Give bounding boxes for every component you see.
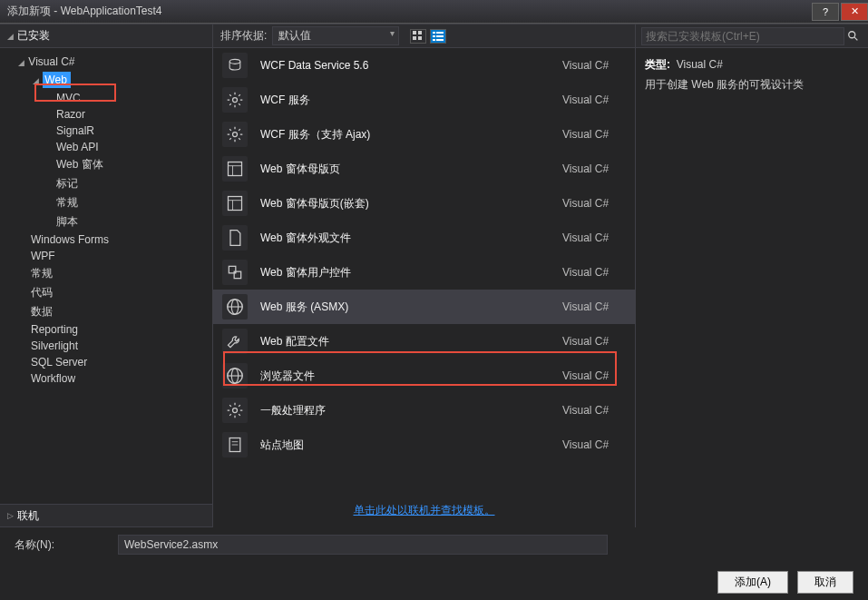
tree-node-razor[interactable]: Razor (0, 106, 212, 123)
close-button[interactable]: ✕ (841, 3, 868, 21)
master2-icon (222, 191, 248, 216)
template-item-label: 站点地图 (260, 438, 562, 453)
expand-icon: ◢ (16, 58, 25, 67)
svg-rect-13 (229, 162, 242, 176)
svg-rect-6 (433, 35, 435, 37)
installed-header[interactable]: ◢ 已安装 (0, 25, 212, 48)
template-item-label: Web 服务 (ASMX) (260, 300, 562, 315)
template-item[interactable]: 一般处理程序Visual C# (213, 393, 635, 428)
tree-node-silverlight[interactable]: Silverlight (0, 338, 212, 354)
template-item[interactable]: Web 窗体用户控件Visual C# (213, 255, 635, 290)
template-list[interactable]: WCF Data Service 5.6Visual C#WCF 服务Visua… (213, 48, 635, 494)
template-item[interactable]: WCF 服务（支持 Ajax)Visual C# (213, 117, 635, 152)
template-item[interactable]: 站点地图Visual C# (213, 428, 635, 462)
online-header[interactable]: ▷ 联机 (0, 504, 212, 527)
tree-node-workflow[interactable]: Workflow (0, 370, 212, 387)
add-button[interactable]: 添加(A) (717, 571, 788, 594)
svg-rect-16 (229, 197, 242, 211)
template-item-lang: Visual C# (562, 438, 635, 451)
svg-rect-7 (436, 35, 444, 37)
svg-rect-4 (433, 32, 435, 34)
svg-rect-1 (418, 31, 422, 34)
template-item[interactable]: Web 窗体母版页(嵌套)Visual C# (213, 186, 635, 221)
svg-line-32 (854, 36, 858, 40)
tree-node-reporting[interactable]: Reporting (0, 321, 212, 338)
sort-label: 排序依据: (220, 28, 267, 44)
tree-node-mvc[interactable]: MVC (0, 90, 212, 106)
tree-node-web-窗体[interactable]: Web 窗体 (0, 155, 212, 174)
tree-node-label: Web API (56, 141, 98, 153)
sort-dropdown[interactable]: 默认值 (272, 26, 399, 45)
tree-node-标记[interactable]: 标记 (0, 174, 212, 193)
sort-bar: 排序依据: 默认值 (213, 25, 635, 48)
tree-node-web-api[interactable]: Web API (0, 139, 212, 155)
tree-node-label: Web 窗体 (56, 158, 103, 171)
name-label: 名称(N): (15, 537, 105, 553)
category-tree[interactable]: ◢ Visual C#◢ WebMVCRazorSignalRWeb APIWe… (0, 48, 212, 504)
svg-point-11 (233, 98, 238, 103)
template-item-label: 浏览器文件 (260, 369, 562, 384)
search-input[interactable] (641, 27, 844, 45)
tree-node-label: WPF (31, 250, 55, 262)
template-item-lang: Visual C# (562, 197, 635, 210)
template-item[interactable]: Web 配置文件Visual C# (213, 324, 635, 359)
control-icon (222, 260, 248, 285)
tree-node-脚本[interactable]: 脚本 (0, 212, 212, 231)
tree-node-wpf[interactable]: WPF (0, 248, 212, 264)
name-input[interactable] (118, 535, 608, 555)
tree-node-数据[interactable]: 数据 (0, 302, 212, 321)
tree-node-label: 标记 (56, 177, 78, 190)
tree-node-web[interactable]: ◢ Web (0, 70, 212, 90)
cancel-button[interactable]: 取消 (797, 571, 853, 594)
template-item[interactable]: 浏览器文件Visual C# (213, 359, 635, 393)
master-icon (222, 156, 248, 182)
bottom-bar: 名称(N): 添加(A) 取消 (0, 527, 868, 600)
template-item-lang: Visual C# (562, 369, 635, 382)
tree-node-label: Razor (56, 108, 85, 121)
tree-node-sql-server[interactable]: SQL Server (0, 354, 212, 370)
tree-node-label: 常规 (56, 196, 78, 209)
online-templates-link[interactable]: 单击此处以联机并查找模板。 (354, 504, 495, 516)
globe-icon (222, 363, 248, 389)
wcf-icon (222, 53, 248, 78)
template-item[interactable]: Web 服务 (ASMX)Visual C# (213, 290, 635, 324)
svg-point-12 (233, 133, 238, 137)
template-item[interactable]: Web 窗体外观文件Visual C# (213, 221, 635, 255)
tree-node-label: Windows Forms (31, 233, 109, 246)
tree-node-常规[interactable]: 常规 (0, 264, 212, 283)
help-button[interactable]: ? (812, 3, 839, 21)
template-item-lang: Visual C# (562, 266, 635, 279)
template-item[interactable]: Web 窗体母版页Visual C# (213, 152, 635, 186)
view-list-icon[interactable] (430, 29, 446, 44)
tree-node-label: 代码 (31, 286, 53, 299)
svg-rect-5 (436, 32, 444, 34)
search-icon[interactable] (844, 27, 863, 45)
template-item-lang: Visual C# (562, 162, 635, 175)
tree-node-label: MVC (56, 92, 81, 104)
tree-node-label: Web (43, 72, 70, 88)
template-item-lang: Visual C# (562, 335, 635, 348)
svg-rect-8 (433, 39, 435, 41)
view-tiles-icon[interactable] (410, 29, 426, 44)
tree-node-label: 脚本 (56, 215, 78, 228)
tree-node-label: Silverlight (31, 339, 78, 352)
template-item[interactable]: WCF Data Service 5.6Visual C# (213, 48, 635, 83)
template-item-label: Web 窗体外观文件 (260, 231, 562, 246)
svg-rect-0 (413, 31, 416, 34)
file-icon (222, 225, 248, 251)
template-item[interactable]: WCF 服务Visual C# (213, 83, 635, 117)
tree-node-windows-forms[interactable]: Windows Forms (0, 231, 212, 248)
globe-icon (222, 294, 248, 320)
template-description: 用于创建 Web 服务的可视设计类 (645, 75, 859, 95)
expand-icon: ◢ (31, 76, 40, 85)
chevron-down-icon: ◢ (5, 32, 15, 41)
tree-node-visual-c#[interactable]: ◢ Visual C# (0, 54, 212, 70)
tree-node-代码[interactable]: 代码 (0, 283, 212, 302)
gear-icon (222, 87, 248, 113)
template-item-lang: Visual C# (562, 300, 635, 313)
tree-node-signalr[interactable]: SignalR (0, 123, 212, 139)
tree-node-label: 数据 (31, 305, 53, 318)
tree-node-label: 常规 (31, 267, 53, 280)
template-item-label: WCF Data Service 5.6 (260, 59, 562, 72)
tree-node-常规[interactable]: 常规 (0, 193, 212, 212)
